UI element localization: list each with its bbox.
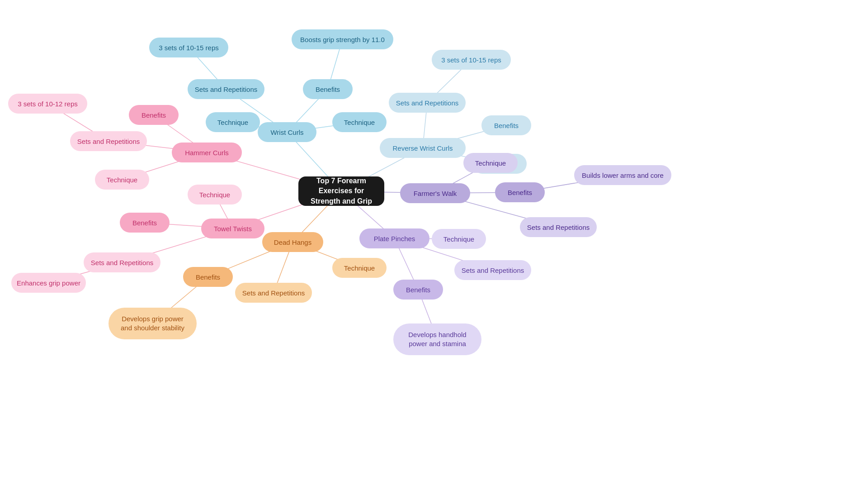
node-towel_twists[interactable]: Towel Twists: [201, 219, 264, 238]
node-pp_technique[interactable]: Technique: [432, 229, 486, 249]
node-hc_sets_val[interactable]: 3 sets of 10-12 reps: [8, 94, 87, 114]
node-rwc_benefits[interactable]: Benefits: [481, 115, 531, 135]
node-pp_benefits[interactable]: Benefits: [393, 280, 443, 300]
node-fw_technique[interactable]: Technique: [463, 153, 518, 173]
node-plate_pinches[interactable]: Plate Pinches: [359, 228, 429, 248]
node-pp_sets[interactable]: Sets and Repetitions: [454, 260, 531, 280]
node-fw_benefits_val[interactable]: Builds lower arms and core: [574, 165, 671, 185]
node-hammer_curls[interactable]: Hammer Curls: [172, 143, 242, 162]
node-wc_sets_val[interactable]: 3 sets of 10-15 reps: [149, 38, 228, 57]
node-rwc_sets[interactable]: Sets and Repetitions: [389, 93, 466, 113]
node-hc_technique[interactable]: Technique: [95, 170, 149, 190]
node-wc_technique2[interactable]: Technique: [332, 112, 387, 132]
node-fw_sets[interactable]: Sets and Repetitions: [520, 217, 597, 237]
node-wc_benefits[interactable]: Benefits: [303, 79, 353, 99]
node-dh_benefits_val[interactable]: Develops grip power and shoulder stabili…: [108, 308, 197, 339]
node-tt_benefits[interactable]: Benefits: [120, 213, 170, 233]
node-hc_sets[interactable]: Sets and Repetitions: [70, 131, 147, 151]
node-dead_hangs[interactable]: Dead Hangs: [262, 232, 323, 252]
node-dh_benefits[interactable]: Benefits: [183, 267, 233, 287]
node-wc_sets[interactable]: Sets and Repetitions: [188, 79, 264, 99]
node-farmers_walk[interactable]: Farmer's Walk: [400, 183, 470, 203]
node-tt_sets[interactable]: Sets and Repetitions: [84, 252, 160, 272]
mindmap-container: Top 7 Forearm Exercises for Strength and…: [0, 0, 868, 490]
node-hc_benefits[interactable]: Benefits: [129, 105, 179, 125]
node-pp_benefits_val[interactable]: Develops handhold power and stamina: [393, 323, 481, 355]
node-rwc_sets_val[interactable]: 3 sets of 10-15 reps: [432, 50, 511, 70]
node-fw_benefits[interactable]: Benefits: [495, 182, 545, 202]
node-dh_sets[interactable]: Sets and Repetitions: [235, 283, 312, 303]
node-wc_technique[interactable]: Technique: [206, 112, 260, 132]
node-dh_technique[interactable]: Technique: [332, 258, 387, 278]
node-center[interactable]: Top 7 Forearm Exercises for Strength and…: [298, 176, 384, 206]
node-tt_benefits_val[interactable]: Enhances grip power: [11, 273, 86, 293]
node-tt_technique[interactable]: Technique: [188, 185, 242, 205]
node-wrist_curls[interactable]: Wrist Curls: [258, 122, 316, 142]
node-wc_benefits_val[interactable]: Boosts grip strength by 11.0: [292, 29, 393, 49]
node-reverse_wrist_curls[interactable]: Reverse Wrist Curls: [380, 138, 466, 158]
